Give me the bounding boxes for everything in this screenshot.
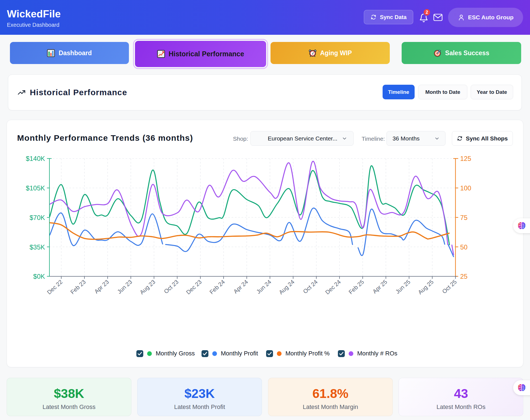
svg-text:$140K: $140K [26,155,45,162]
svg-text:Jun 24: Jun 24 [255,278,272,295]
svg-text:100: 100 [460,184,471,192]
svg-text:Aug 25: Aug 25 [417,278,435,296]
svg-text:Feb 25: Feb 25 [348,278,365,295]
svg-text:Feb 23: Feb 23 [69,278,87,295]
svg-text:$35K: $35K [30,243,45,251]
svg-text:Oct 24: Oct 24 [302,278,319,295]
svg-text:125: 125 [460,155,471,162]
svg-text:Jun 23: Jun 23 [116,278,133,295]
svg-text:50: 50 [460,243,468,251]
svg-text:75: 75 [460,214,468,221]
svg-text:Apr 25: Apr 25 [371,278,388,294]
svg-text:Aug 23: Aug 23 [139,278,157,296]
svg-text:Dec 22: Dec 22 [46,278,64,296]
svg-text:Jun 25: Jun 25 [394,278,411,295]
svg-text:$0K: $0K [33,273,45,280]
svg-text:$105K: $105K [26,184,45,192]
svg-text:$70K: $70K [30,214,45,221]
svg-text:Oct 23: Oct 23 [163,278,179,294]
svg-text:Aug 24: Aug 24 [278,278,296,296]
svg-text:Feb 24: Feb 24 [208,278,226,295]
svg-text:Dec 23: Dec 23 [185,278,203,296]
svg-text:Dec 24: Dec 24 [324,278,342,296]
svg-text:25: 25 [460,273,468,280]
svg-text:Oct 25: Oct 25 [441,278,458,294]
svg-text:Apr 24: Apr 24 [232,278,249,295]
svg-text:Apr 23: Apr 23 [93,278,110,294]
